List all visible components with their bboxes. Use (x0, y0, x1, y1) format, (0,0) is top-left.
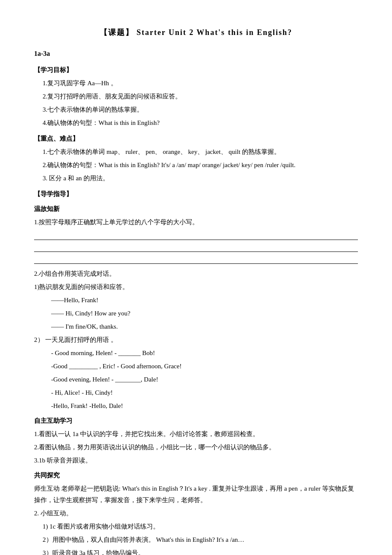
learning-goal-1: 1.复习巩固字母 Aa—Hh 。 (43, 78, 358, 89)
learning-goal-2: 2.复习打招呼的用语、朋友见面的问候语和应答。 (43, 91, 358, 102)
self-study-item-2: 2.看图认物品，努力用英语说出认识的物品，小组比一比，哪一个小组认识的物品多。 (34, 442, 358, 453)
key-point-3: 3. 区分 a 和 an 的用法。 (43, 173, 358, 184)
writing-line-1 (34, 231, 358, 240)
learning-goal-3: 3.七个表示物体的单词的熟练掌握。 (43, 104, 358, 116)
explore-title: 共同探究 (34, 470, 358, 481)
group-explore-2: 2）用图中物品，双人自由问答并表演。 What's this in Englis… (43, 534, 358, 546)
guide-title: 【导学指导】 (34, 188, 358, 200)
dialogue-1-line-2: —— Hi, Cindy! How are you? (51, 308, 358, 319)
explore-item-2: 2. 小组互动。 (34, 508, 358, 519)
dialogue-2-line-2: -Good _________ , Eric! - Good afternoon… (51, 361, 358, 372)
group-work-1: 1)熟识朋友见面的问候语和应答。 (34, 281, 358, 293)
page-container: 【课题】 Starter Unit 2 What's this in Engli… (34, 26, 358, 555)
dialogue-2-line-4: - Hi, Alice! - Hi, Cindy! (51, 387, 358, 399)
group-explore-1: 1) 1c 看图片或者用实物小组做对话练习。 (43, 521, 358, 532)
key-point-2: 2.确认物体的句型：What is this in English? It's/… (43, 159, 358, 171)
explore-item-1: 师生互动 老师举起一把钥匙说: What's this in English？I… (34, 483, 358, 506)
learning-goals-title: 【学习目标】 (34, 64, 358, 76)
dialogue-2-line-3: -Good evening, Helen! - ________, Dale! (51, 374, 358, 385)
writing-line-3 (34, 254, 358, 264)
dialogue-2-line-1: - Good morning, Helen! - _______ Bob! (51, 347, 358, 359)
self-study-item-1: 1.看图认一认 1a 中认识的字母，并把它找出来。小组讨论答案，教师巡回检查。 (34, 428, 358, 440)
dialogue-1-line-1: ——Hello, Frank! (51, 295, 358, 306)
group-explore-3: 3）听录音做 3a 练习，给物品编号。 (43, 547, 358, 555)
group-work-intro: 2.小组合作用英语完成对话。 (34, 268, 358, 280)
writing-lines (34, 231, 358, 264)
dialogue-2-line-5: -Hello, Frank! -Hello, Dale! (51, 400, 358, 412)
warm-up-title: 温故知新 (34, 203, 358, 215)
self-study-item-3: 3.1b 听录音并跟读。 (34, 455, 358, 466)
writing-line-2 (34, 243, 358, 252)
self-study-title: 自主互助学习 (34, 415, 358, 427)
page-title: 【课题】 Starter Unit 2 What's this in Engli… (34, 26, 358, 39)
learning-goal-4: 4.确认物体的句型：What is this in English? (43, 117, 358, 129)
warm-up-item-1: 1.按照字母顺序正确默写上单元学过的八个字母的大小写。 (34, 217, 358, 228)
section-main: 1a-3a (34, 48, 358, 60)
key-point-1: 1.七个表示物体的单词 map、 ruler、 pen、 orange、 key… (43, 146, 358, 158)
dialogue-1-line-3: —— I'm fine/OK, thanks. (51, 321, 358, 332)
group-work-2-intro: 2） 一天见面打招呼的用语 。 (34, 334, 358, 346)
key-points-title: 【重点、难点】 (34, 133, 358, 145)
